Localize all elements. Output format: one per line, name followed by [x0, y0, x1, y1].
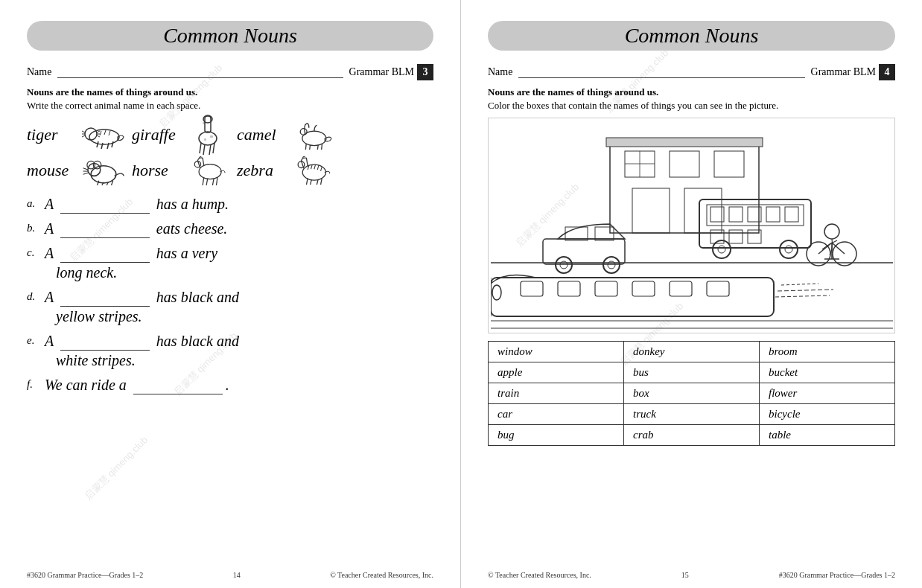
animal-row-1: tiger [27, 119, 433, 150]
right-name-underline[interactable] [518, 66, 804, 78]
word-grid-row-1: applebusbucket [489, 362, 895, 383]
left-page: 启蒙慧 qimeng.club 启蒙慧 qimeng.club 启蒙慧 qime… [0, 0, 461, 588]
scene-illustration [488, 118, 895, 333]
left-instruction-bold: Nouns are the names of things around us. [27, 86, 433, 98]
horse-image [186, 155, 231, 186]
right-name-label: Name [488, 66, 512, 78]
svg-point-49 [298, 162, 305, 168]
animal-mouse-label: mouse [27, 161, 75, 180]
svg-line-14 [109, 131, 110, 135]
svg-line-44 [203, 177, 204, 185]
left-footer-left: #3620 Grammar Practice—Grades 1–2 [27, 571, 143, 579]
zebra-svg [292, 156, 335, 185]
sentence-d: d. A has black and yellow stripes. [27, 287, 433, 326]
svg-point-48 [302, 164, 325, 180]
svg-rect-15 [205, 116, 211, 132]
svg-line-45 [206, 179, 208, 185]
right-instruction-bold: Nouns are the names of things around us. [488, 86, 895, 98]
right-footer-right: #3620 Grammar Practice—Grades 1–2 [779, 571, 895, 579]
word-grid-row-4: bugcrabtable [489, 425, 895, 446]
sentence-f-text: We can ride a . [45, 374, 433, 394]
svg-line-12 [100, 131, 101, 135]
word-grid-row-0: windowdonkeybroom [489, 342, 895, 362]
word-cell-0-0[interactable]: window [489, 342, 624, 362]
word-cell-0-1[interactable]: donkey [624, 342, 760, 362]
word-cell-2-2[interactable]: flower [760, 383, 895, 404]
sentence-a-label: a. [27, 194, 45, 211]
word-cell-1-2[interactable]: bucket [760, 362, 895, 383]
word-grid-row-2: trainboxflower [489, 383, 895, 404]
left-page-title: Common Nouns [27, 21, 433, 51]
svg-line-30 [322, 144, 322, 150]
svg-line-51 [311, 179, 312, 185]
camel-svg [292, 120, 335, 150]
blank-f[interactable] [133, 374, 223, 394]
zebra-image [291, 155, 336, 186]
sentence-d-label: d. [27, 287, 45, 304]
sentence-b-label: b. [27, 218, 45, 236]
word-cell-1-1[interactable]: bus [624, 362, 760, 383]
left-grammar-blm: Grammar BLM 3 [349, 64, 433, 80]
left-name-underline[interactable] [57, 66, 343, 78]
animal-giraffe-label: giraffe [132, 125, 180, 144]
blank-e[interactable] [60, 330, 150, 351]
word-cell-3-1[interactable]: truck [624, 404, 760, 425]
right-blm-number: 4 [879, 64, 895, 80]
animal-horse-label: horse [132, 161, 180, 180]
svg-line-19 [203, 144, 205, 155]
word-grid-row-3: cartruckbicycle [489, 404, 895, 425]
word-cell-4-2[interactable]: table [760, 425, 895, 446]
sentence-b: b. A eats cheese. [27, 218, 433, 238]
word-cell-3-0[interactable]: car [489, 404, 624, 425]
word-cell-2-1[interactable]: box [624, 383, 760, 404]
sentence-c-text: A has a very long neck. [45, 243, 433, 282]
svg-rect-22 [203, 122, 206, 124]
svg-rect-59 [491, 121, 893, 330]
word-cell-2-0[interactable]: train [489, 383, 624, 404]
right-title-wrapper: Common Nouns [488, 21, 895, 58]
mouse-svg [82, 156, 125, 185]
left-name-label: Name [27, 66, 51, 78]
camel-image [291, 119, 336, 150]
animals-section: tiger [27, 119, 433, 186]
blank-c[interactable] [60, 243, 150, 263]
svg-line-56 [314, 164, 316, 169]
svg-rect-23 [210, 135, 213, 138]
animal-row-2: mouse [27, 155, 433, 186]
word-grid: windowdonkeybroomapplebusbuckettrainboxf… [488, 341, 895, 446]
left-footer: #3620 Grammar Practice—Grades 1–2 14 © T… [27, 571, 433, 579]
svg-line-18 [200, 143, 201, 153]
svg-point-32 [88, 164, 101, 176]
tiger-image [81, 119, 126, 150]
scene-svg [491, 121, 893, 330]
animal-zebra-label: zebra [237, 161, 285, 180]
word-cell-1-0[interactable]: apple [489, 362, 624, 383]
blank-d[interactable] [60, 287, 150, 307]
left-name-line: Name Grammar BLM 3 [27, 64, 433, 80]
svg-line-8 [97, 141, 98, 147]
svg-line-29 [317, 145, 318, 150]
word-cell-0-2[interactable]: broom [760, 342, 895, 362]
svg-line-50 [306, 178, 308, 185]
right-name-line: Name Grammar BLM 4 [488, 64, 895, 80]
sentence-e-label: e. [27, 330, 45, 348]
left-blm-label: Grammar BLM [349, 66, 414, 78]
giraffe-image [186, 119, 231, 150]
sentence-a: a. A has a hump. [27, 194, 433, 214]
blank-b[interactable] [60, 218, 150, 238]
svg-point-26 [300, 129, 307, 135]
sentence-f-label: f. [27, 374, 45, 392]
right-footer: © Teacher Created Resources, Inc. 15 #36… [488, 571, 895, 579]
svg-line-21 [213, 143, 214, 153]
blank-a[interactable] [60, 194, 150, 214]
right-page: 启蒙慧 qimeng.club 启蒙慧 qimeng.club 启蒙慧 qime… [461, 0, 922, 588]
sentence-e-text: A has black and white stripes. [45, 330, 433, 370]
word-cell-3-2[interactable]: bicycle [760, 404, 895, 425]
svg-line-37 [83, 173, 88, 174]
right-instruction-normal: Color the boxes that contain the names o… [488, 100, 895, 112]
svg-line-27 [305, 144, 306, 150]
word-cell-4-0[interactable]: bug [489, 425, 624, 446]
word-cell-4-1[interactable]: crab [624, 425, 760, 446]
sentence-e: e. A has black and white stripes. [27, 330, 433, 370]
svg-line-4 [82, 135, 85, 137]
